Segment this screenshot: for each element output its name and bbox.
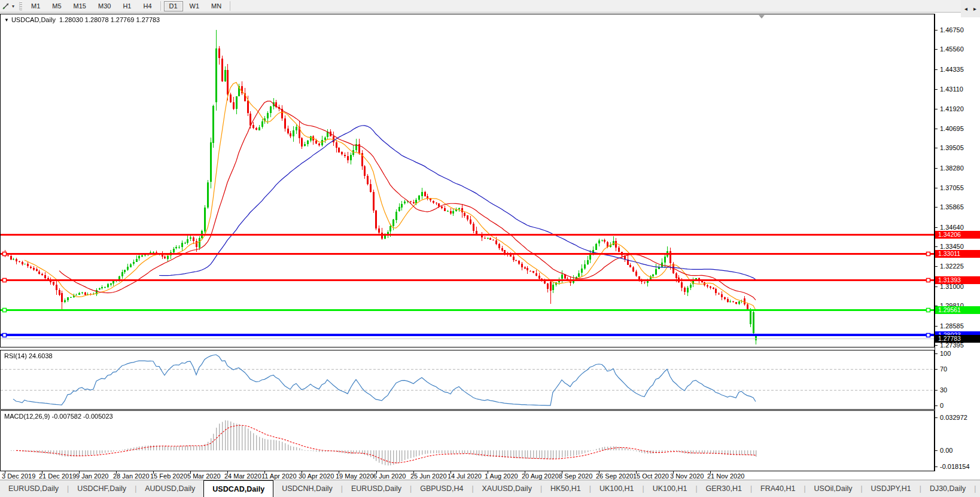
- axis-tick-mark: [935, 89, 938, 90]
- chart-tab-usdjpy-14[interactable]: USDJPY,H1: [863, 480, 920, 497]
- chart-tab-xauusd-7[interactable]: XAUUSD,Daily: [474, 480, 540, 497]
- chart-tab-audusd-2[interactable]: AUDUSD,Daily: [136, 480, 203, 497]
- axis-tick-mark: [935, 286, 938, 287]
- timeframe-button-mn[interactable]: MN: [206, 1, 227, 11]
- timeframe-button-m15[interactable]: M15: [68, 1, 92, 11]
- axis-tick-mark: [935, 390, 938, 391]
- macd-chart-canvas[interactable]: [1, 411, 934, 471]
- chart-menu-caret[interactable]: ▼: [4, 17, 9, 23]
- axis-tick-label: 1.33450: [940, 243, 964, 250]
- timeframe-button-m5[interactable]: M5: [47, 1, 66, 11]
- chart-tab-usdchf-1[interactable]: USDCHF,Daily: [69, 480, 135, 497]
- time-axis-label: 3 Dec 2019: [2, 472, 35, 480]
- chart-tab-usdcnh-4[interactable]: USDCNH,Daily: [273, 480, 341, 497]
- axis-tick-mark: [935, 109, 938, 109]
- axis-tick-mark: [935, 246, 938, 247]
- axis-tick-mark: [935, 148, 938, 148]
- axis-tick-label: 1.41920: [940, 105, 964, 112]
- axis-tick-mark: [935, 417, 938, 418]
- axis-tick-label: 1.40695: [940, 125, 964, 132]
- timeframe-button-h4[interactable]: H4: [138, 1, 157, 11]
- axis-tick-label: 70: [940, 365, 947, 373]
- chart-tab-uk100-9[interactable]: UK100,H1: [591, 480, 643, 497]
- axis-tick-mark: [935, 227, 938, 228]
- tool-dropdown-caret[interactable]: ▾: [12, 4, 14, 9]
- time-axis-label: 26 Sep 2020: [596, 472, 633, 480]
- timeframe-button-m1[interactable]: M1: [26, 1, 45, 11]
- price-level-label: 1.29561: [935, 306, 980, 314]
- chart-shift-marker-icon[interactable]: [759, 15, 765, 19]
- macd-pane: MACD(12,26,9) -0.007582 -0.005023: [0, 410, 935, 471]
- timeframe-button-h1[interactable]: H1: [117, 1, 136, 11]
- chart-tab-uk100-10[interactable]: UK100,H1: [644, 480, 696, 497]
- time-axis-label: 3 Nov 2020: [670, 472, 704, 480]
- chart-tab-eurusd-5[interactable]: EURUSD,Daily: [343, 480, 410, 497]
- drawing-tool-button[interactable]: ▾: [0, 0, 17, 12]
- rsi-chart-canvas[interactable]: [1, 350, 934, 409]
- chart-tab-usdcad-3[interactable]: USDCAD,Daily: [203, 480, 273, 497]
- time-axis-label: 9 Jan 2020: [76, 472, 108, 480]
- tab-scroll-left-icon[interactable]: ◂: [964, 5, 967, 12]
- chart-tab-ger30-11[interactable]: GER30,H1: [698, 480, 750, 497]
- toolbar-grip-handle[interactable]: [19, 2, 22, 10]
- time-axis-label: 28 Jan 2020: [113, 472, 150, 480]
- time-axis-label: 25 Jun 2020: [410, 472, 447, 480]
- axis-tick-label: 1.28585: [940, 322, 964, 330]
- rsi-indicator-label: RSI(14) 24.6038: [4, 352, 53, 359]
- chart-tab-china300-16[interactable]: CHINA300,H1: [976, 480, 980, 497]
- axis-tick-label: 1.38280: [940, 164, 964, 172]
- axis-tick-label: -0.018154: [940, 463, 970, 470]
- price-level-label: 1.34206: [935, 231, 980, 239]
- macd-indicator-label: MACD(12,26,9) -0.007582 -0.005023: [4, 413, 113, 420]
- price-axis[interactable]: 1.467501.455601.443351.431101.419201.406…: [935, 14, 980, 471]
- chart-tab-hk50-8[interactable]: HK50,H1: [542, 480, 589, 497]
- chart-tab-gbpusd-6[interactable]: GBPUSD,H4: [412, 480, 471, 497]
- timeframe-button-d1[interactable]: D1: [164, 1, 183, 11]
- timeframe-toolbar: ▾ M1M5M15M30H1H4D1W1MN: [0, 0, 980, 13]
- axis-tick-mark: [935, 353, 938, 354]
- chart-tab-bar: EURUSD,Daily|USDCHF,Daily|AUDUSD,DailyUS…: [0, 480, 980, 497]
- ohlc-values: 1.28030 1.28078 1.27769 1.27783: [59, 16, 160, 23]
- price-level-label: 1.33011: [935, 250, 980, 258]
- axis-tick-mark: [935, 49, 938, 50]
- rsi-pane: RSI(14) 24.6038: [0, 350, 935, 410]
- axis-tick-mark: [935, 326, 938, 327]
- axis-tick-label: 1.45560: [940, 45, 964, 53]
- axis-tick-mark: [935, 369, 938, 370]
- price-level-label: 1.31393: [935, 276, 980, 284]
- time-axis-label: 21 Nov 2020: [707, 472, 744, 480]
- chart-tab-dj30-15[interactable]: DJ30,Daily: [921, 480, 974, 497]
- axis-tick-label: 0.00: [940, 447, 952, 454]
- time-axis-label: 15 Feb 2020: [150, 472, 187, 480]
- current-price-label: 1.27783: [935, 335, 980, 343]
- axis-tick-label: 1.43110: [940, 86, 963, 93]
- timeframe-button-w1[interactable]: W1: [184, 1, 205, 11]
- timeframe-button-m30[interactable]: M30: [93, 1, 116, 11]
- axis-tick-label: 0: [940, 402, 944, 409]
- time-axis-label: 1 Aug 2020: [485, 472, 518, 480]
- toolbar-separator: [160, 1, 161, 11]
- time-axis-label: 11 Apr 2020: [261, 472, 297, 480]
- axis-tick-mark: [935, 188, 938, 188]
- price-pane: ▼USDCAD,Daily 1.28030 1.28078 1.27769 1.…: [0, 14, 935, 347]
- price-chart-canvas[interactable]: [1, 14, 934, 347]
- axis-tick-label: 30: [940, 386, 947, 394]
- tab-scroll-right-icon[interactable]: ▸: [973, 5, 976, 12]
- time-axis-label: 21 Dec 2019: [39, 472, 76, 480]
- time-axis-label: 19 May 2020: [336, 472, 374, 480]
- axis-tick-label: 1.32225: [940, 263, 964, 270]
- axis-tick-mark: [935, 30, 938, 31]
- chart-tab-fra40-12[interactable]: FRA40,H1: [752, 480, 804, 497]
- axis-tick-mark: [935, 207, 938, 208]
- chart-tab-usoil-13[interactable]: USOil,Daily: [806, 480, 861, 497]
- timeframe-buttons-group: M1M5M15M30H1H4D1W1MN: [25, 1, 233, 11]
- axis-tick-mark: [935, 266, 938, 267]
- axis-tick-label: 1.34640: [940, 224, 964, 231]
- chart-tab-eurusd-0[interactable]: EURUSD,Daily: [0, 480, 67, 497]
- time-axis-label: 15 Oct 2020: [633, 472, 669, 480]
- time-axis-label: 14 Jul 2020: [448, 472, 482, 480]
- axis-tick-mark: [935, 129, 938, 129]
- axis-tick-label: 1.35865: [940, 203, 964, 211]
- time-axis-label: 8 Sep 2020: [559, 472, 592, 480]
- axis-tick-label: 100: [940, 350, 951, 357]
